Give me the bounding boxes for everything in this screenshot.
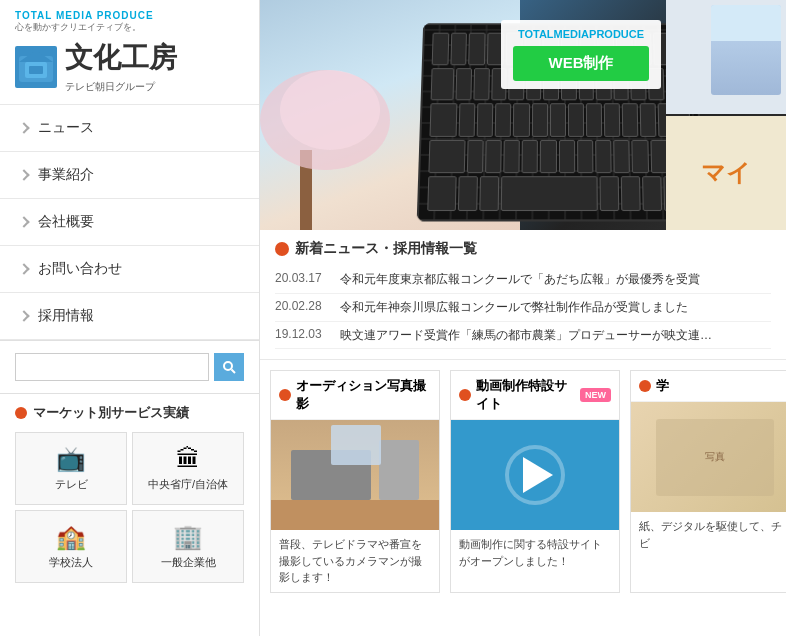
card-video-body: 動画制作に関する特設サイトがオープンしました！ [451, 530, 619, 575]
market-grid: 📺 テレビ 🏛 中央省庁/自治体 🏫 学校法人 🏢 一般企業他 [15, 432, 244, 583]
sidebar: TOTAL MEDIA PRODUCE 心を動かすクリエイティブを。 文化工房 … [0, 0, 260, 636]
hero-bg: // Will generate key divs inline below [260, 0, 786, 230]
search-input[interactable] [15, 353, 209, 381]
svg-line-5 [232, 370, 236, 374]
logo-main: 文化工房 テレビ朝日グループ [15, 39, 244, 94]
market-item-tv[interactable]: 📺 テレビ [15, 432, 127, 505]
card-video: 動画制作特設サイト NEW 動画制作に関する特設サイトがオープンしました！ [450, 370, 620, 593]
search-button[interactable] [214, 353, 244, 381]
hero-area: // Will generate key divs inline below [260, 0, 786, 230]
logo-text-area: 文化工房 テレビ朝日グループ [65, 39, 177, 94]
news-date-0: 20.03.17 [275, 271, 330, 288]
card-gakko-dot [639, 380, 651, 392]
market-item-school[interactable]: 🏫 学校法人 [15, 510, 127, 583]
news-dot [275, 242, 289, 256]
school-icon: 🏫 [24, 523, 118, 551]
card-gakko: 学 写真 紙、デジタルを駆使して、チビ [630, 370, 786, 593]
logo-icon [17, 48, 55, 86]
logo-icon-box [15, 46, 57, 88]
card-gakko-title-bar: 学 [631, 371, 786, 402]
brand-name-jp: 文化工房 [65, 39, 177, 77]
market-label-government: 中央省庁/自治体 [141, 477, 235, 492]
card-gakko-image[interactable]: 写真 [631, 402, 786, 512]
page-wrapper: TOTAL MEDIA PRODUCE 心を動かすクリエイティブを。 文化工房 … [0, 0, 786, 636]
card-photo-dot [279, 389, 291, 401]
card-video-new-badge: NEW [580, 388, 611, 402]
svg-point-4 [224, 362, 232, 370]
news-item-2[interactable]: 19.12.03 映文連アワード受賞作「練馬の都市農業」プロデューサーが映文連に… [275, 322, 771, 350]
card-video-title-bar: 動画制作特設サイト NEW [451, 371, 619, 420]
news-text-1: 令和元年神奈川県広報コンクールで弊社制作作品が受賞しました [340, 299, 688, 316]
ad-banner-1 [666, 0, 786, 114]
card-video-image[interactable] [451, 420, 619, 530]
cta-produce: PRODUCE [589, 28, 644, 40]
news-date-1: 20.02.28 [275, 299, 330, 316]
market-section-title: マーケット別サービス実績 [33, 404, 189, 422]
nav-item-about[interactable]: 会社概要 [0, 199, 259, 246]
nav-item-recruit[interactable]: 採用情報 [0, 293, 259, 340]
brand-tagline: 心を動かすクリエイティブを。 [15, 21, 244, 34]
market-section-dot [15, 407, 27, 419]
nav-item-services[interactable]: 事業紹介 [0, 152, 259, 199]
news-text-0: 令和元年度東京都広報コンクールで「あだち広報」が最優秀を受賞 [340, 271, 700, 288]
market-item-enterprise[interactable]: 🏢 一般企業他 [132, 510, 244, 583]
market-label-tv: テレビ [24, 477, 118, 492]
news-section: 新着ニュース・採用情報一覧 20.03.17 令和元年度東京都広報コンクールで「… [260, 230, 786, 360]
enterprise-icon: 🏢 [141, 523, 235, 551]
nav-item-contact[interactable]: お問い合わせ [0, 246, 259, 293]
hero-cta: TOTALMEDIAPRODUCE WEB制作 [501, 20, 661, 89]
news-title: 新着ニュース・採用情報一覧 [295, 240, 477, 258]
cards-section: オーディション写真撮影 普段、テレビドラマや番宣を撮影しているカメラマンが撮影し… [260, 360, 786, 603]
svg-rect-3 [29, 66, 43, 74]
card-photo-body: 普段、テレビドラマや番宣を撮影しているカメラマンが撮影します！ [271, 530, 439, 592]
card-photo-image[interactable] [271, 420, 439, 530]
tv-icon: 📺 [24, 445, 118, 473]
search-area [0, 341, 259, 394]
card-video-dot [459, 389, 471, 401]
card-photo: オーディション写真撮影 普段、テレビドラマや番宣を撮影しているカメラマンが撮影し… [270, 370, 440, 593]
card-video-title: 動画制作特設サイト [476, 377, 571, 413]
brand-name-en: TOTAL MEDIA PRODUCE [15, 10, 244, 21]
card-gakko-title: 学 [656, 377, 669, 395]
news-item-1[interactable]: 20.02.28 令和元年神奈川県広報コンクールで弊社制作作品が受賞しました [275, 294, 771, 322]
hero-cta-brand: TOTALMEDIAPRODUCE [513, 28, 649, 40]
market-section: マーケット別サービス実績 📺 テレビ 🏛 中央省庁/自治体 🏫 学校法人 🏢 [0, 394, 259, 593]
cta-media: MEDIA [554, 28, 589, 40]
nav-menu: ニュース 事業紹介 会社概要 お問い合わせ 採用情報 [0, 105, 259, 341]
news-text-2: 映文連アワード受賞作「練馬の都市農業」プロデューサーが映文連に登壇 [340, 327, 720, 344]
market-label-school: 学校法人 [24, 555, 118, 570]
play-triangle-icon [523, 457, 553, 493]
card-photo-title: オーディション写真撮影 [296, 377, 431, 413]
main-content: // Will generate key divs inline below [260, 0, 786, 636]
government-icon: 🏛 [141, 445, 235, 473]
right-ads: マイ [666, 0, 786, 230]
market-item-government[interactable]: 🏛 中央省庁/自治体 [132, 432, 244, 505]
market-label-enterprise: 一般企業他 [141, 555, 235, 570]
nav-item-news[interactable]: ニュース [0, 105, 259, 152]
logo-area: TOTAL MEDIA PRODUCE 心を動かすクリエイティブを。 文化工房 … [0, 0, 259, 105]
play-button[interactable] [505, 445, 565, 505]
cta-total: TOTAL [518, 28, 554, 40]
hero-cta-button[interactable]: WEB制作 [513, 46, 649, 81]
card-photo-title-bar: オーディション写真撮影 [271, 371, 439, 420]
search-icon [222, 360, 236, 374]
card-gakko-body: 紙、デジタルを駆使して、チビ [631, 512, 786, 557]
news-header: 新着ニュース・採用情報一覧 [275, 240, 771, 258]
news-date-2: 19.12.03 [275, 327, 330, 344]
news-item-0[interactable]: 20.03.17 令和元年度東京都広報コンクールで「あだち広報」が最優秀を受賞 [275, 266, 771, 294]
market-section-header: マーケット別サービス実績 [15, 404, 244, 422]
brand-sub: テレビ朝日グループ [65, 80, 177, 94]
ad-banner-2: マイ [666, 116, 786, 230]
